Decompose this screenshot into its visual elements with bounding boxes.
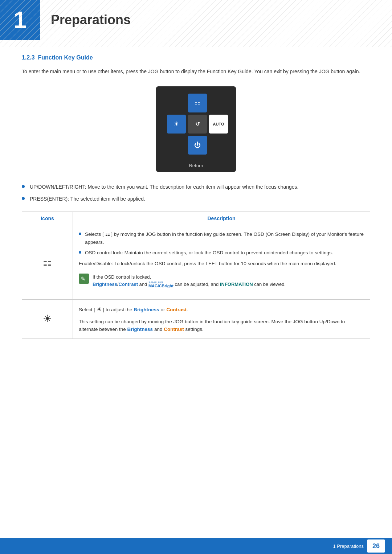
desc-blue-dot-2 <box>79 251 81 254</box>
desc-bullets-menu: Selects [ ⚏ ] by moving the JOG button i… <box>79 230 364 257</box>
brightness-desc-1: Select [ ☀ ] to adjust the Brightness or… <box>79 305 364 314</box>
bullet-item-2: PRESS(ENTER): The selected item will be … <box>22 195 370 203</box>
table-header-row: Icons Description <box>22 212 370 225</box>
desc-cell-menu: Selects [ ⚏ ] by moving the JOG button i… <box>73 225 370 300</box>
diagonal-background <box>0 0 392 47</box>
bullet-dot-1 <box>22 185 25 188</box>
osd-cell-menu: ⚏ <box>188 94 207 112</box>
osd-cell-power: ⏻ <box>188 136 207 155</box>
note-icon: ✎ <box>79 274 89 284</box>
osd-cell-auto: AUTO <box>209 115 228 134</box>
magic-bright-badge: SAMSUNG MAGICBright <box>148 281 173 288</box>
note-box: ✎ If the OSD control is locked, Brightne… <box>79 271 364 291</box>
desc-cell-brightness: Select [ ☀ ] to adjust the Brightness or… <box>73 300 370 339</box>
intro-paragraph: To enter the main menu or to use other i… <box>22 67 370 75</box>
page-footer: 1 Preparations 26 <box>0 538 392 554</box>
osd-cell-empty-tr <box>209 94 228 112</box>
icon-cell-menu: ⚏ <box>22 225 73 300</box>
osd-diagram: ⚏ ☀ ↺ AUTO ⏻ <box>156 86 236 172</box>
footer-label: 1 Preparations <box>333 543 364 549</box>
table-row-brightness: ☀ Select [ ☀ ] to adjust the Brightness … <box>22 300 370 339</box>
menu-glyph: ⚏ <box>195 99 200 107</box>
brightness-desc-2: This setting can be changed by moving th… <box>79 318 364 333</box>
desc-bullet-menu-2: OSD control lock: Maintain the current s… <box>79 249 364 257</box>
desc-extra-text: Enable/Disable: To lock/unlock the OSD c… <box>79 260 364 268</box>
desc-bullet-menu-1: Selects [ ⚏ ] by moving the JOG button i… <box>79 230 364 246</box>
desc-blue-dot-1 <box>79 233 81 235</box>
bullet-list: UP/DOWN/LEFT/RIGHT: Move to the item you… <box>22 183 370 203</box>
brightness-icon: ☀ <box>43 313 52 324</box>
bullet-dot-2 <box>22 197 25 200</box>
section-heading: 1.2.3 Function Key Guide <box>22 54 370 61</box>
description-table: Icons Description ⚏ Selects [ ⚏ ] by mov… <box>22 212 370 339</box>
bullet-item-1: UP/DOWN/LEFT/RIGHT: Move to the item you… <box>22 183 370 191</box>
note-content: If the OSD control is locked, Brightness… <box>93 274 286 289</box>
note-svg-icon: ✎ <box>79 274 89 284</box>
osd-cell-return-center: ↺ <box>188 115 207 134</box>
osd-cell-empty-bl <box>167 136 186 155</box>
table-row-menu: ⚏ Selects [ ⚏ ] by moving the JOG button… <box>22 225 370 300</box>
svg-text:✎: ✎ <box>81 276 85 282</box>
osd-cell-empty-tl <box>167 94 186 112</box>
osd-cell-empty-br <box>209 136 228 155</box>
col-desc-header: Description <box>73 212 370 225</box>
power-glyph: ⏻ <box>194 141 201 149</box>
brightness-glyph: ☀ <box>173 120 179 128</box>
osd-cell-brightness: ☀ <box>167 115 186 134</box>
osd-grid: ⚏ ☀ ↺ AUTO ⏻ <box>167 94 225 155</box>
return-glyph: ↺ <box>195 121 200 127</box>
osd-return-label: Return <box>167 159 225 172</box>
col-icons-header: Icons <box>22 212 73 225</box>
icon-cell-brightness: ☀ <box>22 300 73 339</box>
osd-diagram-wrapper: ⚏ ☀ ↺ AUTO ⏻ <box>22 86 370 172</box>
header-area: 1 Preparations <box>0 0 392 47</box>
menu-icon: ⚏ <box>43 257 52 268</box>
footer-page-number: 26 <box>367 539 385 553</box>
main-content: 1.2.3 Function Key Guide To enter the ma… <box>0 54 392 375</box>
